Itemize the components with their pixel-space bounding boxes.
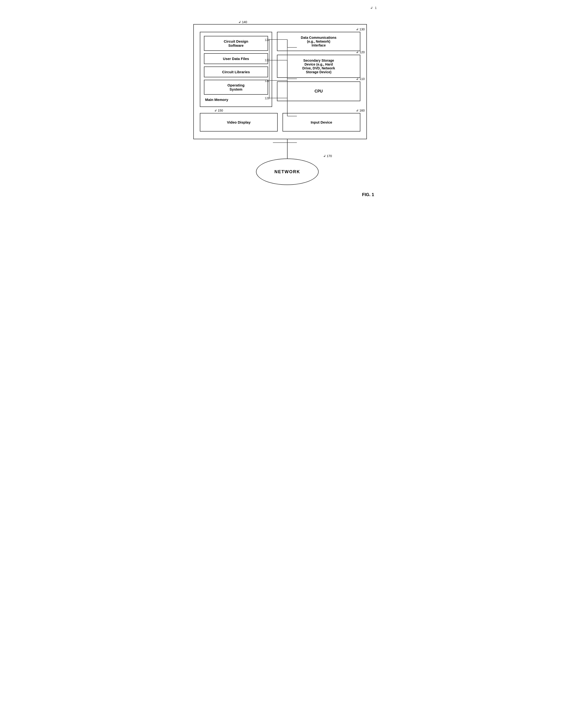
user-data-files-box: User Data Files: [204, 53, 268, 64]
video-display-box: Video Display: [200, 113, 278, 132]
input-device-label: Input Device: [311, 120, 332, 124]
ref-160: ↲ 160: [356, 109, 365, 112]
diagram-wrapper: ↲ 140 Circuit DesignSoftware User Data F…: [193, 24, 367, 139]
secondary-storage-label: Secondary StorageDevice (e.g., HardDrive…: [302, 59, 335, 74]
main-memory-label: Main Memory: [204, 98, 268, 102]
input-device-box: Input Device: [282, 113, 360, 132]
video-display-label: Video Display: [227, 120, 250, 124]
user-data-files-label: User Data Files: [223, 57, 249, 61]
cpu-label: CPU: [315, 89, 323, 93]
network-ellipse: NETWORK: [256, 159, 319, 185]
ref-110: ↲ 110: [356, 77, 365, 81]
ref-140: ↲ 140: [238, 20, 247, 24]
input-device-wrapper: ↲ 160 Input Device: [282, 113, 360, 132]
ref-130: ↲ 130: [356, 27, 365, 31]
circuit-libraries-label: Circuit Libraries: [222, 70, 250, 74]
data-communications-label: Data Communications(e.g., Network)Interf…: [301, 36, 337, 47]
network-vertical-line: [287, 139, 288, 159]
network-label: NETWORK: [274, 169, 300, 174]
figure-ref-label: 100: [375, 6, 377, 10]
ref-120: ↲ 120: [356, 50, 365, 54]
circuit-design-software-label: Circuit DesignSoftware: [224, 39, 248, 47]
secondary-storage-box: Secondary StorageDevice (e.g., HardDrive…: [277, 55, 360, 78]
main-box: ↲ 140 Circuit DesignSoftware User Data F…: [193, 24, 367, 139]
data-communications-box: Data Communications(e.g., Network)Interf…: [277, 32, 360, 51]
network-ellipse-wrapper: ↲ 170 NETWORK: [256, 159, 319, 185]
data-comms-wrapper: ↲ 130 Data Communications(e.g., Network)…: [277, 32, 360, 51]
operating-system-box: OperatingSystem: [204, 80, 268, 95]
secondary-storage-wrapper: ↲ 120 Secondary StorageDevice (e.g., Har…: [277, 55, 360, 78]
ref-150: ↲ 150: [214, 109, 223, 112]
network-section: ↲ 170 NETWORK: [193, 139, 377, 185]
cpu-wrapper: ↲ 110 CPU: [277, 81, 360, 101]
operating-system-label: OperatingSystem: [227, 83, 245, 91]
ref-170: ↲ 170: [323, 154, 332, 158]
ref-100: ↲100: [370, 6, 377, 10]
inner-layout: Circuit DesignSoftware User Data Files C…: [200, 32, 360, 107]
main-memory-box: Circuit DesignSoftware User Data Files C…: [200, 32, 272, 107]
right-col: ↲ 130 Data Communications(e.g., Network)…: [277, 32, 360, 101]
figure-label: FIG. 1: [193, 192, 377, 197]
video-display-wrapper: ↲ 150 Video Display: [200, 113, 278, 132]
page-container: ↲100 ↲ 140 Circuit DesignSoftware U: [193, 5, 377, 197]
bottom-row: ↲ 150 Video Display ↲ 160 Input Device: [200, 113, 360, 132]
circuit-libraries-box: Circuit Libraries: [204, 66, 268, 77]
circuit-design-software-box: Circuit DesignSoftware: [204, 36, 268, 51]
cpu-box: CPU: [277, 81, 360, 101]
